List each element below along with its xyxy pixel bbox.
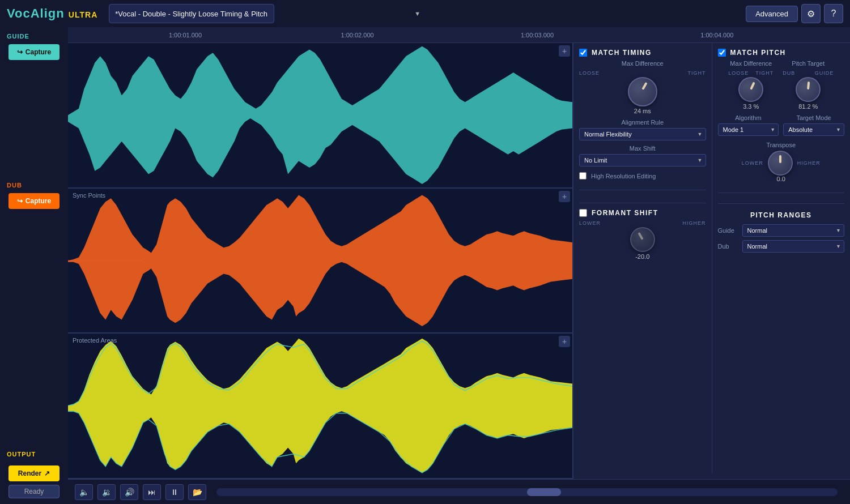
timing-formant-divider [579,190,706,190]
max-shift-select[interactable]: No Limit 100 ms 200 ms 500 ms [579,154,706,166]
dub-range-select-wrapper[interactable]: Normal Low High Very Low Very High [742,240,845,253]
formant-knob[interactable] [630,227,655,252]
pitch-max-diff-dot [750,82,755,89]
alignment-rule-select[interactable]: Normal Flexibility High Flexibility Low … [579,128,706,140]
hi-res-row: High Resolution Editing [579,172,706,180]
formant-header: FORMANT SHIFT [579,209,706,217]
match-timing-checkbox[interactable] [579,49,587,57]
left-sidebar: GUIDE ↪ Capture DUB ↪ Capture OUTPUT Ren… [0,27,68,504]
settings-icon[interactable]: ⚙ [801,4,821,23]
guide-range-label: Guide [718,227,738,234]
right-panel: MATCH TIMING Max Difference LOOSE TIGHT [572,43,850,479]
max-shift-row: Max Shift No Limit 100 ms 200 ms 500 ms [579,145,706,166]
formant-section: FORMANT SHIFT LOWER HIGHER -20. [579,203,706,260]
timing-knob-labels: LOOSE TIGHT [579,70,706,76]
timing-knob-dot [641,82,647,90]
dub-range-select[interactable]: Normal Low High Very Low Very High [742,240,845,253]
alignment-rule-label: Alignment Rule [579,119,706,126]
dub-capture-button[interactable]: ↪ Capture [8,193,60,209]
transpose-lower-label: LOWER [742,160,763,166]
guide-range-select-wrapper[interactable]: Normal Low High Very Low Very High [742,224,845,237]
pitch-ranges-title: PITCH RANGES [750,211,812,219]
pause-button[interactable]: ⏸ [165,484,184,500]
formant-checkbox[interactable] [579,209,587,217]
output-waveform [68,334,572,478]
pitch-target-dot [807,82,810,89]
guide-capture-button[interactable]: ↪ Capture [8,44,60,60]
guide-waveform [68,43,572,187]
timing-knob-container: Max Difference LOOSE TIGHT 24 ms [579,60,706,114]
alignment-rule-select-wrapper[interactable]: Normal Flexibility High Flexibility Low … [579,128,706,140]
output-panel-expand[interactable]: + [559,336,570,347]
transpose-knob-row: LOWER HIGHER [742,151,821,176]
pitch-ranges-divider [718,193,845,193]
target-mode-select[interactable]: Absolute Relative [783,123,844,136]
match-pitch-section: MATCH PITCH Max Difference LOOSE TIGHT [718,49,845,182]
transport-bar: 🔈 🔉 🔊 ⏭ ⏸ 📂 [68,479,850,504]
skip-forward-button[interactable]: ⏭ [143,484,161,500]
open-file-button[interactable]: 📂 [188,484,206,500]
match-pitch-checkbox[interactable] [718,49,726,57]
volume-mute-button[interactable]: 🔈 [75,484,93,500]
match-pitch-header: MATCH PITCH [718,49,845,57]
capture-icon-dub: ↪ [17,197,23,205]
guide-range-select[interactable]: Normal Low High Very Low Very High [742,224,845,237]
timing-max-diff-knob[interactable] [628,77,657,106]
advanced-button[interactable]: Advanced [746,6,798,22]
timeline-mark-4: 1:00:04.000 [700,32,733,39]
help-icon[interactable]: ? [824,4,843,23]
pitch-target-value: 81.2 % [798,103,818,110]
pitch-max-diff-knob[interactable] [738,77,763,102]
max-shift-select-wrapper[interactable]: No Limit 100 ms 200 ms 500 ms [579,154,706,166]
capture-icon: ↪ [17,48,23,56]
timing-formant-column: MATCH TIMING Max Difference LOOSE TIGHT [573,43,712,473]
algorithm-select-wrapper[interactable]: Mode 1 Mode 2 Mode 3 [718,123,779,136]
volume-low-button[interactable]: 🔉 [97,484,116,500]
logo-voc: Voc [7,6,31,20]
target-mode-label: Target Mode [783,114,844,121]
right-panel-inner: MATCH TIMING Max Difference LOOSE TIGHT [573,43,850,473]
guide-section: GUIDE ↪ Capture [0,27,68,66]
preset-dropdown-wrapper[interactable]: *Vocal - Double - Slightly Loose Timing … [109,4,426,23]
sync-points-label: Sync Points [73,192,105,199]
guide-panel-expand[interactable]: + [559,45,570,57]
scroll-thumb[interactable] [527,488,561,496]
target-mode-select-wrapper[interactable]: Absolute Relative [783,123,844,136]
match-timing-title: MATCH TIMING [592,49,652,57]
dub-range-row: Dub Normal Low High Very Low Very High [718,240,845,253]
pitch-ranges-header: PITCH RANGES [718,210,845,220]
pitch-max-diff-labels: LOOSE TIGHT [728,70,774,76]
dub-panel-expand[interactable]: + [559,191,570,202]
match-timing-header: MATCH TIMING [579,49,706,57]
logo-align: Align [31,6,65,20]
algorithm-target-row: Algorithm Mode 1 Mode 2 Mode 3 [718,114,845,136]
status-badge: Ready [8,485,60,498]
output-waveform-panel: Protected Areas + [68,334,572,479]
dub-waveform [68,189,572,333]
match-timing-section: MATCH TIMING Max Difference LOOSE TIGHT [579,49,706,180]
transpose-label: Transpose [766,142,796,148]
scroll-bar[interactable] [216,488,838,496]
guide-range-row: Guide Normal Low High Very Low Very High [718,224,845,237]
hi-res-checkbox[interactable] [579,172,586,180]
transpose-knob[interactable] [768,151,793,176]
timing-max-diff-label: Max Difference [622,60,664,67]
transpose-higher-label: HIGHER [797,160,821,166]
preset-dropdown[interactable]: *Vocal - Double - Slightly Loose Timing … [109,4,274,23]
pitch-target-label: Pitch Target [792,60,824,67]
match-pitch-title: MATCH PITCH [730,49,786,57]
dub-range-label: Dub [718,243,738,250]
pitch-target-knob[interactable] [796,77,821,102]
formant-knob-container: LOWER HIGHER -20.0 [579,220,706,260]
target-mode-col: Target Mode Absolute Relative [783,114,844,136]
timeline-mark-1: 1:00:01.000 [169,32,202,39]
transpose-section: Transpose LOWER HIGHER 0.0 [718,142,845,182]
logo-ultra: ULTRA [69,10,97,19]
volume-high-button[interactable]: 🔊 [120,484,138,500]
formant-value: -20.0 [635,253,649,260]
render-button[interactable]: Render ↗ [8,465,60,481]
timeline-marks: 1:00:01.000 1:00:02.000 1:00:03.000 1:00… [68,27,850,42]
algorithm-select[interactable]: Mode 1 Mode 2 Mode 3 [718,123,779,136]
timeline-mark-3: 1:00:03.000 [521,32,554,39]
formant-labels: LOWER HIGHER [579,220,706,226]
